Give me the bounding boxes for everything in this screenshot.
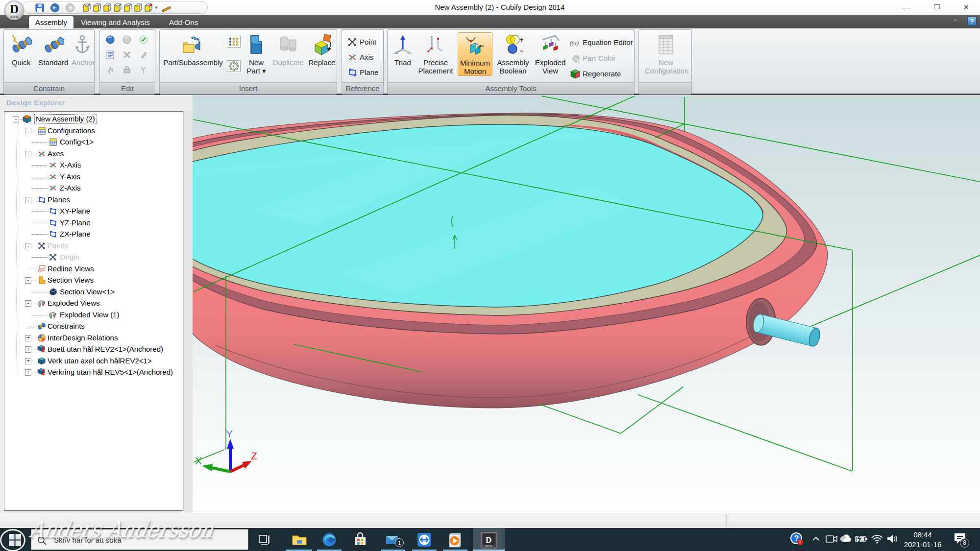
tree-expand-plus-icon[interactable]: + <box>25 346 31 353</box>
circular-pattern-button[interactable] <box>227 60 241 74</box>
tree-item[interactable]: Redline Views <box>4 264 183 275</box>
regenerate-button[interactable]: Regenerate <box>570 69 621 82</box>
edit-delete-icon[interactable] <box>122 50 132 60</box>
view-cube-1-icon[interactable] <box>82 3 92 13</box>
edit-redo-icon[interactable] <box>122 35 132 45</box>
tree-item-label[interactable]: Z-Axis <box>60 184 81 192</box>
tree-expand-minus-icon[interactable]: - <box>25 277 31 284</box>
assembly-boolean-button[interactable]: +−Assembly Boolean <box>494 34 532 75</box>
help-icon[interactable]: ?! <box>790 532 805 546</box>
tree-item[interactable]: +Boett utan hål REV2<1>(Anchored) <box>4 344 183 355</box>
tree-item-label[interactable]: XY-Plane <box>60 207 90 215</box>
camera-icon[interactable] <box>825 533 840 547</box>
volume-icon[interactable] <box>886 534 901 548</box>
edit-list-icon[interactable] <box>105 50 115 60</box>
tree-item-label[interactable]: Exploded Views <box>48 299 99 307</box>
duplicate-button[interactable]: Duplicate <box>270 34 307 67</box>
tree-item-label[interactable]: Section Views <box>48 276 94 284</box>
exploded-view-button[interactable]: Exploded View <box>533 34 568 75</box>
tree-item[interactable]: Y-Axis <box>4 171 183 183</box>
plane-button[interactable]: Plane <box>347 68 378 80</box>
part-subassembly-button[interactable]: Part/Subassembly <box>163 34 223 67</box>
tree-item-label[interactable]: Constraints <box>48 322 85 330</box>
edit-hand-icon[interactable] <box>105 65 115 75</box>
point-button[interactable]: Point <box>347 37 376 50</box>
tab-viewing-analysis[interactable]: Viewing and Analysis <box>74 16 156 28</box>
file-explorer-icon[interactable] <box>291 531 308 548</box>
edit-box-icon[interactable] <box>122 65 132 75</box>
tree-item[interactable]: Exploded View (1) <box>4 310 183 321</box>
tab-add-ons[interactable]: Add-Ons <box>163 16 204 28</box>
tree-expand-plus-icon[interactable]: + <box>25 358 31 364</box>
precise-placement-button[interactable]: Precise Placement <box>416 34 455 75</box>
wifi-icon[interactable] <box>870 534 885 548</box>
tray-date[interactable]: 2021-01-16 <box>901 540 945 550</box>
tree-item-label[interactable]: Configurations <box>48 126 95 135</box>
equation-editor-button[interactable]: f(x)Equation Editor <box>570 38 633 50</box>
media-player-icon[interactable] <box>447 531 464 548</box>
tree-item[interactable]: -New Assembly (2) <box>4 114 183 125</box>
tree-item-label[interactable]: Section View<1> <box>60 287 115 296</box>
view-cube-7-icon[interactable] <box>144 3 153 13</box>
axis-button[interactable]: Axis <box>347 52 373 65</box>
edit-suppress-icon[interactable] <box>139 50 148 60</box>
new-configuration-button[interactable]: New Configuration <box>645 34 687 75</box>
tree-item-label[interactable]: YZ-Plane <box>60 218 91 227</box>
tree-item-label[interactable]: New Assembly (2) <box>35 115 97 123</box>
tree-item-label[interactable]: Origin <box>60 253 79 261</box>
tree-item[interactable]: XY-Plane <box>4 206 183 217</box>
viewport-3d[interactable]: YXZ <box>193 95 980 513</box>
view-cube-3-icon[interactable] <box>102 3 112 13</box>
teamviewer-icon[interactable] <box>416 531 433 548</box>
tree-item[interactable]: ZX-Plane <box>4 229 183 240</box>
replace-button[interactable]: Replace <box>308 34 336 67</box>
panel-splitter[interactable] <box>183 111 193 511</box>
tree-item-label[interactable]: X-Axis <box>60 161 81 169</box>
edge-icon[interactable] <box>321 531 338 548</box>
view-cube-6-icon[interactable] <box>133 3 143 13</box>
battery-icon[interactable] <box>855 534 869 548</box>
triad-button[interactable]: Triad <box>391 34 415 67</box>
onedrive-icon[interactable] <box>839 534 854 548</box>
tree-item[interactable]: Section View<1> <box>4 287 183 298</box>
standard-constraint-button[interactable]: Standard <box>35 34 72 67</box>
tree-item-label[interactable]: Verkring utan hål REV5<1>(Anchored) <box>48 368 173 376</box>
tree-expand-minus-icon[interactable]: - <box>13 116 19 122</box>
tree-item-label[interactable]: Axes <box>48 149 64 158</box>
undo-icon[interactable] <box>50 3 60 13</box>
tree-item[interactable]: -Planes <box>4 194 183 206</box>
tree-item[interactable]: Constraints <box>4 321 183 332</box>
tree-item-label[interactable]: Verk utan axel och hålREV2<1> <box>48 357 152 365</box>
minimize-button[interactable]: — <box>895 0 918 14</box>
quick-constraint-button[interactable]: Quick <box>8 34 34 67</box>
edit-undo-icon[interactable] <box>105 35 115 45</box>
tree-item[interactable]: Z-Axis <box>4 183 183 194</box>
tree-expand-minus-icon[interactable]: - <box>25 151 31 157</box>
tree-item-label[interactable]: Config<1> <box>60 138 94 146</box>
view-cube-2-icon[interactable] <box>92 3 102 13</box>
tree-item[interactable]: Origin <box>4 252 183 263</box>
store-icon[interactable] <box>352 531 368 548</box>
tree-expand-plus-icon[interactable]: + <box>25 335 31 341</box>
edit-recycle-icon[interactable] <box>139 35 148 45</box>
tree-expand-plus-icon[interactable]: + <box>25 369 31 376</box>
tree-item[interactable]: X-Axis <box>4 160 183 171</box>
tray-time[interactable]: 08:44 <box>901 530 945 540</box>
tree-item-label[interactable]: Redline Views <box>48 264 94 273</box>
tree-item-label[interactable]: Exploded View (1) <box>60 311 119 319</box>
save-icon[interactable] <box>35 3 45 13</box>
tree-item[interactable]: -Configurations <box>4 125 183 137</box>
minimum-motion-button[interactable]: Minimum Motion <box>458 32 492 76</box>
maximize-button[interactable]: ❐ <box>926 0 948 14</box>
tree-item-label[interactable]: Points <box>48 241 68 250</box>
tree-expand-minus-icon[interactable]: - <box>25 300 31 307</box>
tree-expand-minus-icon[interactable]: - <box>25 243 31 249</box>
tree-item-label[interactable]: Planes <box>48 195 70 204</box>
tree-item[interactable]: -Axes <box>4 148 183 160</box>
close-button[interactable]: ✕ <box>955 0 978 14</box>
tab-assembly[interactable]: Assembly <box>29 16 74 28</box>
tree-item[interactable]: Config<1> <box>4 137 183 148</box>
tree-item[interactable]: -Exploded Views <box>4 298 183 309</box>
tray-chevron-icon[interactable] <box>811 534 826 548</box>
tree-item-label[interactable]: InterDesign Relations <box>48 334 118 342</box>
